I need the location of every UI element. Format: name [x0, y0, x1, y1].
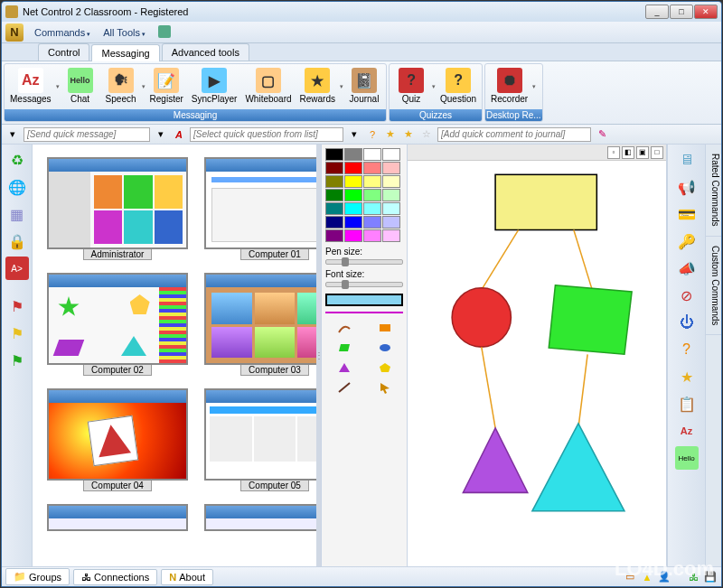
color-swatch[interactable] [344, 148, 362, 161]
tab-control[interactable]: Control [38, 43, 89, 61]
color-swatch[interactable] [363, 202, 381, 215]
color-swatch[interactable] [363, 216, 381, 229]
register-button[interactable]: 📝Register [146, 66, 187, 107]
broadcast-icon[interactable]: 📢 [675, 175, 699, 199]
color-swatch[interactable] [363, 189, 381, 201]
color-swatch[interactable] [382, 202, 400, 215]
quick-journal-input[interactable] [437, 127, 591, 142]
target-icon[interactable]: ⊘ [675, 284, 699, 307]
status-tab-about[interactable]: NAbout [161, 569, 213, 585]
split-arrow[interactable]: ▾ [432, 66, 436, 107]
star-minus-icon[interactable]: ★ [401, 127, 416, 142]
globe-sort-icon[interactable]: 🌐 [5, 175, 29, 199]
speech-button[interactable]: 🗣Speech [101, 66, 141, 107]
pointer-tool[interactable] [366, 379, 403, 396]
computer-thumb[interactable]: Computer 01 [202, 157, 316, 260]
menu-commands[interactable]: Commands▾ [29, 25, 96, 40]
tab-advanced[interactable]: Advanced tools [162, 43, 249, 61]
quick-question-input[interactable] [190, 127, 343, 142]
status-tab-connections[interactable]: 🖧Connections [73, 569, 157, 585]
color-swatch[interactable] [344, 202, 362, 215]
flag-green-icon[interactable]: ⚑ [5, 349, 29, 372]
computer-thumb[interactable]: Computer 02 [45, 273, 190, 376]
canvas-btn-4[interactable]: □ [651, 146, 663, 159]
color-swatch[interactable] [382, 175, 400, 188]
color-swatch[interactable] [344, 216, 362, 229]
az-button[interactable]: AzMessages [6, 66, 55, 107]
monitor-icon[interactable]: 🖥 [675, 148, 699, 172]
color-swatch[interactable] [382, 148, 400, 161]
color-swatch[interactable] [325, 175, 343, 188]
split-arrow[interactable]: ▾ [340, 66, 343, 107]
computer-thumb[interactable]: Administrator [45, 157, 190, 260]
hello-button[interactable]: HelloChat [61, 66, 100, 107]
color-swatch[interactable] [363, 162, 381, 174]
help-icon[interactable]: ? [365, 127, 380, 142]
color-swatch[interactable] [344, 229, 362, 242]
status-tab-groups[interactable]: 📁Groups [5, 568, 70, 585]
chevron-down-icon[interactable]: ▾ [5, 127, 20, 142]
question-button[interactable]: ?Question [437, 66, 480, 107]
syncplayer-button[interactable]: ▶SyncPlayer [188, 66, 241, 107]
power-icon[interactable]: ⏻ [675, 311, 699, 334]
refresh-icon[interactable]: ♻ [5, 148, 29, 172]
quick-message-input[interactable] [23, 127, 150, 142]
menu-all-tools[interactable]: All Tools▾ [98, 25, 151, 40]
color-swatch[interactable] [363, 148, 381, 161]
color-swatch[interactable] [325, 202, 343, 215]
az-icon[interactable]: Az [675, 419, 699, 443]
keys-icon[interactable]: 🔑 [675, 229, 699, 253]
color-swatch[interactable] [344, 189, 362, 201]
computer-thumb[interactable] [202, 504, 316, 531]
star-empty-icon[interactable]: ☆ [419, 127, 434, 142]
pentagon-tool[interactable] [366, 359, 403, 376]
computer-thumb[interactable]: Computer 05 [202, 388, 316, 491]
split-arrow[interactable]: ▾ [532, 66, 536, 107]
color-swatch[interactable] [382, 216, 400, 229]
hello-icon[interactable]: Hello [675, 446, 699, 470]
fill-preview[interactable] [325, 294, 403, 306]
dropdown-icon[interactable]: ▾ [154, 127, 168, 142]
curve-tool[interactable] [325, 320, 362, 336]
computer-thumb[interactable]: Computer 04 [45, 388, 190, 491]
quiz-button[interactable]: ?Quiz [391, 66, 431, 107]
color-swatch[interactable] [382, 189, 400, 201]
computer-thumb[interactable]: Computer 03 [202, 273, 316, 376]
parallelogram-tool[interactable] [325, 340, 362, 356]
label-icon[interactable]: A> [5, 257, 29, 280]
star-icon[interactable]: ★ [383, 127, 398, 142]
logo-icon[interactable]: N [5, 23, 23, 42]
color-swatch[interactable] [363, 229, 381, 242]
split-arrow[interactable]: ▾ [56, 66, 60, 107]
whiteboard-button[interactable]: ▢Whiteboard [241, 66, 295, 107]
lock-icon[interactable]: 🔒 [5, 229, 29, 253]
font-icon[interactable]: A [172, 127, 186, 142]
canvas[interactable] [408, 161, 666, 566]
ellipse-tool[interactable] [366, 340, 403, 356]
minimize-button[interactable]: _ [645, 5, 669, 19]
canvas-btn-2[interactable]: ◧ [622, 146, 634, 159]
triangle-tool[interactable] [325, 359, 362, 376]
pen-size-slider[interactable] [325, 259, 403, 265]
computer-thumb[interactable] [45, 504, 190, 531]
color-swatch[interactable] [325, 162, 343, 174]
tab-messaging[interactable]: Messaging [91, 44, 159, 61]
flag-yellow-icon[interactable]: ⚑ [5, 322, 29, 345]
color-swatch[interactable] [344, 162, 362, 174]
grid-icon[interactable]: ▦ [5, 202, 29, 226]
close-button[interactable]: ✕ [694, 5, 718, 19]
maximize-button[interactable]: □ [670, 5, 693, 19]
star-button[interactable]: ★Rewards [296, 66, 339, 107]
color-swatch[interactable] [325, 216, 343, 229]
split-arrow[interactable]: ▾ [142, 66, 146, 107]
color-swatch[interactable] [325, 229, 343, 242]
vtab-rated[interactable]: Rated Commands [706, 145, 721, 237]
flag-red-icon[interactable]: ⚑ [5, 294, 29, 318]
canvas-btn-1[interactable]: ▫ [607, 146, 620, 159]
dropdown-icon[interactable]: ▾ [347, 127, 362, 142]
line-tool[interactable] [325, 379, 362, 396]
vtab-custom[interactable]: Custom Commands [706, 237, 721, 335]
color-swatch[interactable] [344, 175, 362, 188]
help-icon[interactable]: ? [675, 338, 699, 361]
menu-home[interactable] [153, 23, 176, 42]
